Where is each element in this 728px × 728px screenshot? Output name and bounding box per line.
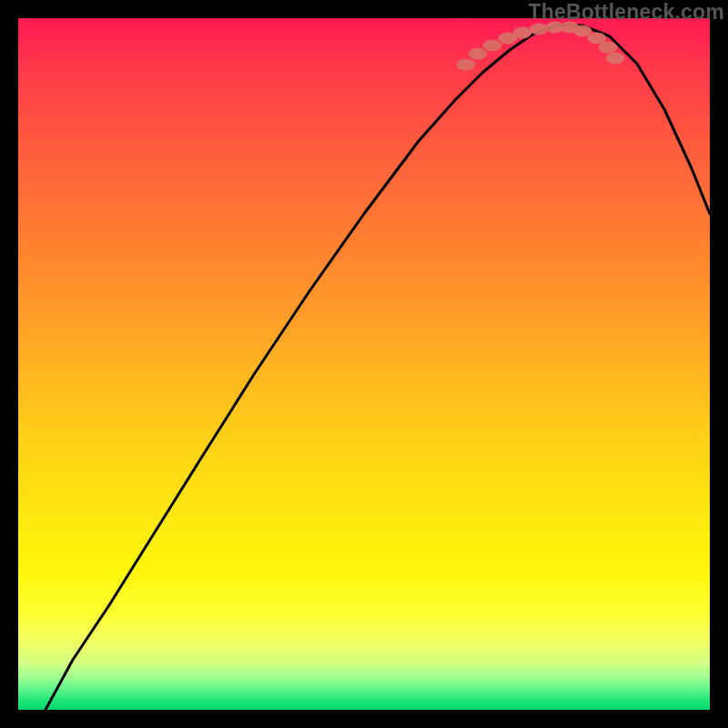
plot-area (18, 18, 710, 710)
chart-frame (18, 18, 710, 710)
highlight-dot (457, 59, 476, 71)
highlight-dot (483, 40, 502, 52)
highlight-dot (469, 48, 488, 60)
highlight-dot (513, 27, 532, 39)
highlight-dot (599, 42, 618, 54)
highlight-dot (530, 24, 549, 35)
highlighted-dot-cluster (457, 22, 625, 71)
curve-svg (18, 18, 710, 710)
watermark-text: TheBottleneck.com (528, 0, 724, 25)
highlight-dot (573, 25, 592, 37)
highlight-dot (606, 53, 625, 65)
bottleneck-curve-line (46, 25, 710, 710)
